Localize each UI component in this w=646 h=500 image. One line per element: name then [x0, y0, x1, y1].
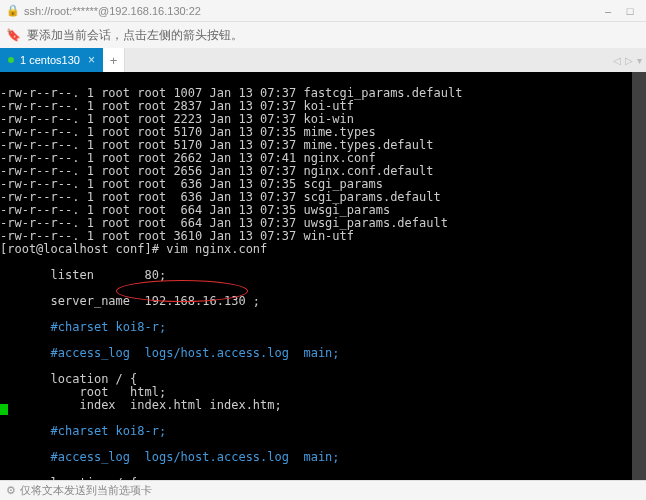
- cursor-marker: [0, 404, 8, 415]
- ls-line: -rw-r--r--. 1 root root 3610 Jan 13 07:3…: [0, 229, 354, 243]
- tab-prev-icon[interactable]: ◁: [613, 55, 621, 66]
- tab-next-icon[interactable]: ▷: [625, 55, 633, 66]
- bookmark-icon[interactable]: 🔖: [6, 28, 21, 42]
- config-comment: #access_log logs/host.access.log main;: [0, 450, 340, 464]
- hint-text: 要添加当前会话，点击左侧的箭头按钮。: [27, 27, 243, 44]
- config-comment: #charset koi8-r;: [0, 320, 166, 334]
- maximize-button[interactable]: □: [620, 5, 640, 17]
- config-comment: #charset koi8-r;: [0, 424, 166, 438]
- close-tab-icon[interactable]: ×: [88, 53, 95, 67]
- config-line: location / {: [0, 476, 137, 480]
- window-titlebar: 🔒 ssh://root:******@192.168.16.130:22 – …: [0, 0, 646, 22]
- tab-label: 1 centos130: [20, 54, 80, 66]
- tab-bar: 1 centos130 × + ◁ ▷ ▾: [0, 48, 646, 72]
- ls-line: -rw-r--r--. 1 root root 2837 Jan 13 07:3…: [0, 99, 354, 113]
- lock-icon: 🔒: [6, 4, 20, 17]
- ls-line: -rw-r--r--. 1 root root 636 Jan 13 07:37…: [0, 190, 441, 204]
- shell-prompt: [root@localhost conf]# vim nginx.conf: [0, 242, 267, 256]
- config-line: location / {: [0, 372, 137, 386]
- ls-line: -rw-r--r--. 1 root root 1007 Jan 13 07:3…: [0, 86, 462, 100]
- new-tab-button[interactable]: +: [103, 48, 125, 72]
- ls-line: -rw-r--r--. 1 root root 664 Jan 13 07:35…: [0, 203, 390, 217]
- ls-line: -rw-r--r--. 1 root root 5170 Jan 13 07:3…: [0, 138, 433, 152]
- config-comment: #access_log logs/host.access.log main;: [0, 346, 340, 360]
- tab-nav: ◁ ▷ ▾: [613, 48, 642, 72]
- minimize-button[interactable]: –: [598, 5, 618, 17]
- ls-line: -rw-r--r--. 1 root root 5170 Jan 13 07:3…: [0, 125, 376, 139]
- session-tab[interactable]: 1 centos130 ×: [0, 48, 103, 72]
- config-line: root html;: [0, 385, 166, 399]
- ls-line: -rw-r--r--. 1 root root 664 Jan 13 07:37…: [0, 216, 448, 230]
- settings-icon[interactable]: ⚙: [6, 484, 16, 497]
- status-text: 仅将文本发送到当前选项卡: [20, 483, 152, 498]
- hint-bar: 🔖 要添加当前会话，点击左侧的箭头按钮。: [0, 22, 646, 48]
- ls-line: -rw-r--r--. 1 root root 2656 Jan 13 07:3…: [0, 164, 433, 178]
- config-line: index index.html index.htm;: [0, 398, 282, 412]
- window-title: ssh://root:******@192.168.16.130:22: [24, 5, 598, 17]
- status-bar: ⚙ 仅将文本发送到当前选项卡: [0, 480, 646, 500]
- ls-line: -rw-r--r--. 1 root root 2662 Jan 13 07:4…: [0, 151, 376, 165]
- config-line: listen 80;: [0, 268, 166, 282]
- terminal[interactable]: -rw-r--r--. 1 root root 1007 Jan 13 07:3…: [0, 72, 646, 480]
- ls-line: -rw-r--r--. 1 root root 2223 Jan 13 07:3…: [0, 112, 354, 126]
- status-dot-icon: [8, 57, 14, 63]
- window-controls: – □: [598, 5, 640, 17]
- config-server-name: server_name 192.168.16.130 ;: [0, 294, 260, 308]
- tab-menu-icon[interactable]: ▾: [637, 55, 642, 66]
- ls-line: -rw-r--r--. 1 root root 636 Jan 13 07:35…: [0, 177, 383, 191]
